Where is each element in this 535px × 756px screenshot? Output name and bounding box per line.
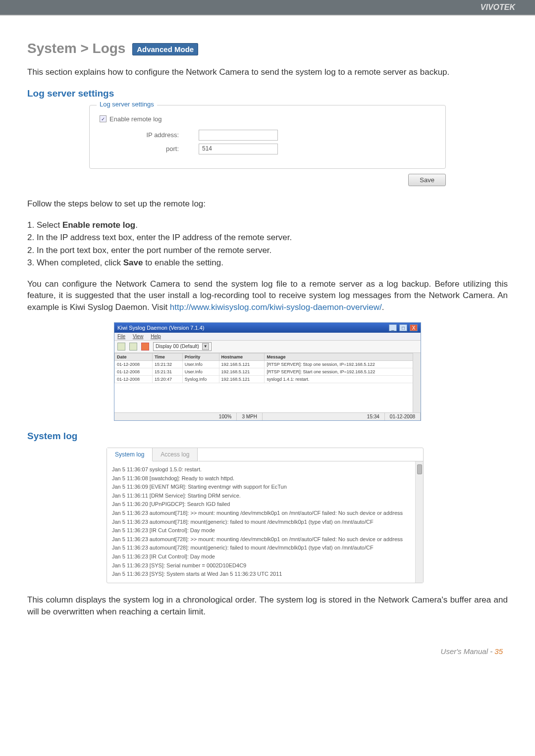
enable-remote-log-label: Enable remote log — [109, 115, 162, 123]
maximize-icon[interactable]: □ — [399, 324, 407, 331]
panel-legend: Log server settings — [97, 101, 157, 108]
toolbar-icon-1[interactable] — [117, 343, 125, 351]
enable-remote-log-checkbox[interactable]: ✓ — [100, 115, 107, 122]
display-dropdown[interactable]: Display 00 (Default) ▼ — [153, 342, 212, 351]
kiwi-title: Kiwi Syslog Daemon (Version 7.1.4) — [117, 325, 204, 331]
minimize-icon[interactable]: _ — [389, 324, 397, 331]
log-line: Jan 5 11:36:20 [UPnPIGDCP]: Search IGD f… — [112, 500, 418, 509]
menu-view[interactable]: View — [133, 334, 144, 339]
page-title: System > Logs Advanced Mode — [27, 41, 198, 56]
table-row: 01-12-200815:20:47Syslog.Info192.168.5.1… — [115, 375, 421, 383]
menu-file[interactable]: File — [117, 334, 125, 339]
ip-address-label: IP address: — [100, 131, 199, 139]
intro-paragraph: This section explains how to configure t… — [27, 66, 508, 78]
log-line: Jan 5 11:36:23 automount[728]: >> mount:… — [112, 535, 418, 544]
table-row: 01-12-200815:21:31User.Info192.168.5.121… — [115, 368, 421, 375]
menu-help[interactable]: Help — [151, 334, 161, 339]
header-bar: VIVOTEK — [0, 0, 535, 15]
tab-system-log[interactable]: System log — [107, 448, 153, 461]
log-server-panel: Log server settings ✓ Enable remote log … — [89, 105, 446, 169]
system-log-panel: System log Access log Jan 5 11:36:07 sys… — [107, 448, 424, 583]
log-line: Jan 5 11:36:23 [SYS]: System starts at W… — [112, 570, 418, 579]
log-line: Jan 5 11:36:23 [IR Cut Control]: Day mod… — [112, 526, 418, 535]
title-text: System > Logs — [27, 41, 125, 56]
divider — [0, 15, 535, 16]
toolbar-icon-3[interactable] — [141, 343, 149, 351]
scrollbar[interactable] — [415, 461, 423, 583]
port-input[interactable]: 514 — [199, 144, 278, 154]
log-line: Jan 5 11:36:09 [EVENT MGR]: Starting eve… — [112, 483, 418, 492]
kiwi-menu: File View Help — [114, 333, 421, 340]
system-log-body: Jan 5 11:36:07 syslogd 1.5.0: restart. J… — [107, 461, 423, 583]
scrollbar[interactable] — [413, 353, 421, 412]
log-line: Jan 5 11:36:23 automount[718]: >> mount:… — [112, 509, 418, 518]
close-icon[interactable]: X — [410, 324, 418, 331]
ip-address-input[interactable] — [199, 130, 278, 141]
log-line: Jan 5 11:36:23 [SYS]: Serial number = 00… — [112, 561, 418, 570]
save-button[interactable]: Save — [408, 174, 446, 186]
kiwi-link[interactable]: http://www.kiwisyslog.com/kiwi-syslog-da… — [170, 302, 382, 312]
backup-paragraph: You can configure the Network Camera to … — [27, 278, 508, 313]
log-line: Jan 5 11:36:23 [IR Cut Control]: Day mod… — [112, 553, 418, 561]
log-server-heading: Log server settings — [27, 88, 508, 99]
log-line: Jan 5 11:36:23 automount[718]: mount(gen… — [112, 518, 418, 527]
follow-steps-text: Follow the steps below to set up the rem… — [27, 198, 508, 210]
log-line: Jan 5 11:36:11 [DRM Service]: Starting D… — [112, 492, 418, 501]
brand-label: VIVOTEK — [481, 3, 515, 12]
toolbar-icon-2[interactable] — [129, 343, 137, 351]
system-log-heading: System log — [27, 431, 508, 442]
page-footer: User's Manual - 35 — [27, 647, 508, 655]
advanced-mode-badge: Advanced Mode — [132, 43, 198, 55]
tab-access-log[interactable]: Access log — [153, 448, 198, 461]
window-controls: _ □ X — [388, 324, 418, 331]
log-line: Jan 5 11:36:23 automount[728]: mount(gen… — [112, 544, 418, 553]
log-line: Jan 5 11:36:08 [swatchdog]: Ready to wat… — [112, 474, 418, 483]
log-line: Jan 5 11:36:07 syslogd 1.5.0: restart. — [112, 465, 418, 474]
port-label: port: — [100, 145, 199, 152]
table-row: 01-12-200815:21:32User.Info192.168.5.121… — [115, 360, 421, 368]
chevron-down-icon: ▼ — [202, 343, 209, 350]
syslog-description: This column displays the system log in a… — [27, 594, 508, 618]
kiwi-table: DateTime PriorityHostname Message 01-12-… — [114, 353, 421, 383]
steps-list: 1. Select Enable remote log. 2. In the I… — [27, 219, 508, 269]
kiwi-window: Kiwi Syslog Daemon (Version 7.1.4) _ □ X… — [114, 322, 421, 421]
kiwi-statusbar: 100% 3 MPH 15:34 01-12-2008 — [114, 412, 421, 420]
